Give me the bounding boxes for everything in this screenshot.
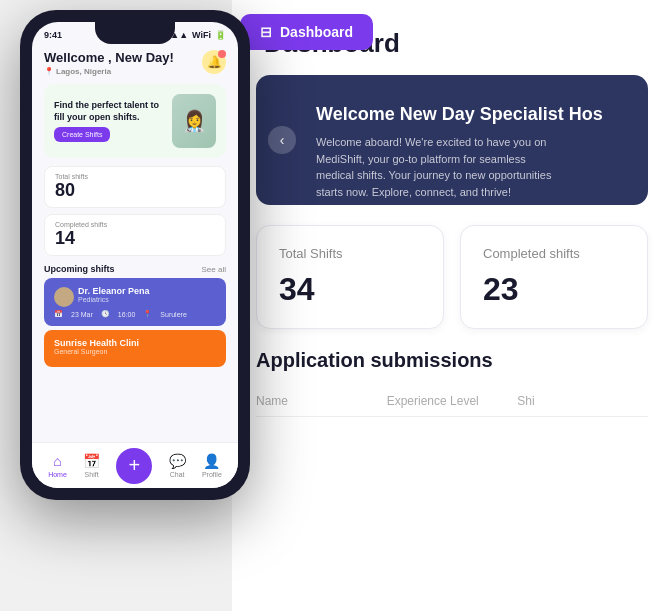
phone-content: Wellcome , New Day! 📍 Lagos, Nigeria 🔔 (32, 44, 238, 442)
phone-completed-shifts: Completed shifts 14 (44, 214, 226, 256)
shift-specialty-2: General Surgeon (54, 348, 216, 355)
battery-icon: 🔋 (215, 30, 226, 40)
home-icon: ⌂ (53, 453, 61, 469)
upcoming-header: Upcoming shifts See all (44, 264, 226, 274)
notification-dot (218, 50, 226, 58)
location-text: 📍 Lagos, Nigeria (44, 67, 174, 76)
banner-text: Find the perfect talent to fill your ope… (54, 100, 164, 123)
total-shifts-value: 34 (279, 271, 421, 308)
nav-chat-label: Chat (170, 471, 185, 478)
applications-title: Application submissions (256, 349, 648, 372)
nav-profile-label: Profile (202, 471, 222, 478)
phone-frame: 9:41 ▲▲▲ WiFi 🔋 Wellcome , New Day! 📍 La… (20, 10, 250, 500)
create-shifts-button[interactable]: Create Shifts (54, 127, 110, 142)
location-icon-1: 📍 (143, 310, 152, 318)
banner-image: 👩‍⚕️ (172, 94, 216, 148)
total-shifts-label: Total Shifts (279, 246, 421, 261)
dashboard-icon: ⊟ (260, 24, 272, 40)
welcome-banner: ‹ Welcome New Day Specialist Hos Welcome… (256, 75, 648, 205)
completed-shifts-label: Completed shifts (483, 246, 625, 261)
clock-icon-1: 🕓 (101, 310, 110, 318)
phone-total-shifts: Total shifts 80 (44, 166, 226, 208)
banner-title: Welcome New Day Specialist Hos (316, 103, 624, 126)
completed-shifts-card: Completed shifts 23 (460, 225, 648, 329)
table-header: Name Experience Level Shi (256, 386, 648, 417)
shift-card-2[interactable]: Sunrise Health Clini General Surgeon (44, 330, 226, 367)
notification-bell[interactable]: 🔔 (202, 50, 226, 74)
nav-shift-label: Shift (85, 471, 99, 478)
banner-prev-button[interactable]: ‹ (268, 126, 296, 154)
shift-specialty-1: Pediatrics (78, 296, 150, 303)
profile-icon: 👤 (203, 453, 220, 469)
chat-icon: 💬 (169, 453, 186, 469)
shift-details-1: 📅 23 Mar 🕓 16:00 📍 Surulere (54, 310, 216, 318)
applications-section: Application submissions Name Experience … (232, 349, 672, 417)
wifi-icon: WiFi (192, 30, 211, 40)
total-shifts-card: Total Shifts 34 (256, 225, 444, 329)
shift-avatar-1 (54, 287, 74, 307)
phone-greeting-row: Wellcome , New Day! 📍 Lagos, Nigeria 🔔 (44, 50, 226, 76)
nav-shift[interactable]: 📅 Shift (83, 453, 100, 478)
phone-mockup: 9:41 ▲▲▲ WiFi 🔋 Wellcome , New Day! 📍 La… (20, 10, 250, 570)
col-experience: Experience Level (387, 394, 518, 408)
shift-time-1: 16:00 (118, 311, 136, 318)
sidebar-item-dashboard[interactable]: ⊟ Dashboard (240, 14, 373, 50)
nav-home[interactable]: ⌂ Home (48, 453, 67, 478)
phone-completed-value: 14 (55, 228, 215, 249)
shift-location-1: Surulere (160, 311, 186, 318)
see-all-link[interactable]: See all (202, 265, 226, 274)
status-time: 9:41 (44, 30, 62, 40)
col-name: Name (256, 394, 387, 408)
shift-name-1: Dr. Eleanor Pena (78, 286, 150, 296)
nav-profile[interactable]: 👤 Profile (202, 453, 222, 478)
phone-stats: Total shifts 80 Completed shifts 14 (44, 166, 226, 256)
plus-icon: + (129, 454, 141, 477)
nav-chat[interactable]: 💬 Chat (169, 453, 186, 478)
col-shift: Shi (517, 394, 648, 408)
banner-content: Find the perfect talent to fill your ope… (54, 100, 164, 142)
banner-subtitle: Welcome aboard! We're excited to have yo… (316, 134, 556, 200)
phone-total-value: 80 (55, 180, 215, 201)
phone-screen: 9:41 ▲▲▲ WiFi 🔋 Wellcome , New Day! 📍 La… (32, 22, 238, 488)
calendar-icon-1: 📅 (54, 310, 63, 318)
sidebar-item-label: Dashboard (280, 24, 353, 40)
completed-shifts-value: 23 (483, 271, 625, 308)
phone-notch (95, 22, 175, 44)
shift-date-1: 23 Mar (71, 311, 93, 318)
phone-total-label: Total shifts (55, 173, 215, 180)
shift-card-1[interactable]: Dr. Eleanor Pena Pediatrics 📅 23 Mar 🕓 1… (44, 278, 226, 326)
nurse-illustration: 👩‍⚕️ (182, 109, 207, 133)
greeting-text: Wellcome , New Day! (44, 50, 174, 65)
stats-row: Total Shifts 34 Completed shifts 23 (232, 205, 672, 349)
phone-promo-banner: Find the perfect talent to fill your ope… (44, 84, 226, 158)
phone-completed-label: Completed shifts (55, 221, 215, 228)
location-pin-icon: 📍 (44, 67, 54, 76)
desktop-panel: Dashboard ‹ Welcome New Day Specialist H… (232, 0, 672, 611)
upcoming-title: Upcoming shifts (44, 264, 115, 274)
shift-name-2: Sunrise Health Clini (54, 338, 216, 348)
shift-icon: 📅 (83, 453, 100, 469)
nav-add-button[interactable]: + (116, 448, 152, 484)
chevron-left-icon: ‹ (280, 132, 285, 148)
nav-home-label: Home (48, 471, 67, 478)
bottom-nav: ⌂ Home 📅 Shift + 💬 Chat 👤 Profile (32, 442, 238, 488)
